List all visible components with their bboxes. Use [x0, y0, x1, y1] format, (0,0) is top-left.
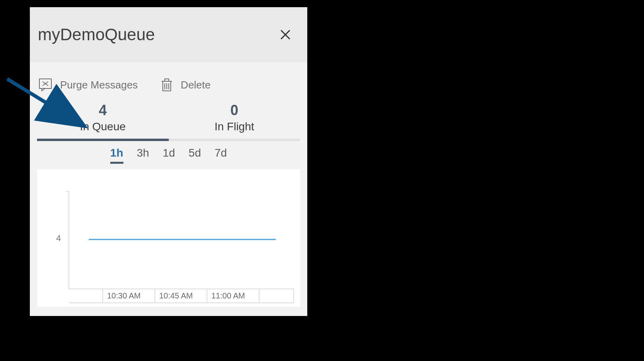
chart-container: 4 10:30 AM 10:45 AM 11:00 AM — [37, 169, 300, 307]
x-tick-1: 10:45 AM — [159, 291, 193, 300]
trash-icon — [160, 77, 174, 92]
in-flight-label: In Flight — [169, 120, 301, 133]
tab-in-flight[interactable]: 0 In Flight — [169, 100, 301, 141]
tab-in-queue[interactable]: 4 In Queue — [37, 100, 169, 141]
delete-button[interactable]: Delete — [160, 77, 211, 92]
purge-label: Purge Messages — [60, 79, 138, 91]
queue-detail-panel: myDemoQueue Purge Messages — [30, 7, 307, 316]
svg-rect-7 — [165, 79, 169, 81]
y-tick-4: 4 — [56, 233, 61, 243]
range-1d[interactable]: 1d — [163, 147, 175, 164]
delete-label: Delete — [181, 79, 211, 91]
in-queue-value: 4 — [37, 102, 169, 119]
purge-messages-button[interactable]: Purge Messages — [38, 77, 138, 92]
purge-icon — [38, 77, 53, 92]
line-chart: 4 10:30 AM 10:45 AM 11:00 AM — [37, 169, 300, 307]
range-7d[interactable]: 7d — [215, 147, 227, 164]
time-range-selector: 1h 3h 1d 5d 7d — [30, 141, 307, 168]
metric-tabs: 4 In Queue 0 In Flight — [30, 100, 307, 141]
range-5d[interactable]: 5d — [189, 147, 201, 164]
in-flight-value: 0 — [169, 102, 301, 119]
close-button[interactable] — [279, 29, 291, 41]
x-tick-2: 11:00 AM — [211, 291, 245, 300]
action-toolbar: Purge Messages Delete — [30, 62, 307, 100]
close-icon — [280, 29, 291, 40]
panel-header: myDemoQueue — [30, 7, 307, 62]
x-tick-0: 10:30 AM — [107, 291, 141, 300]
in-queue-label: In Queue — [37, 120, 169, 133]
queue-title: myDemoQueue — [38, 25, 155, 44]
range-1h[interactable]: 1h — [110, 147, 123, 164]
range-3h[interactable]: 3h — [137, 147, 149, 164]
